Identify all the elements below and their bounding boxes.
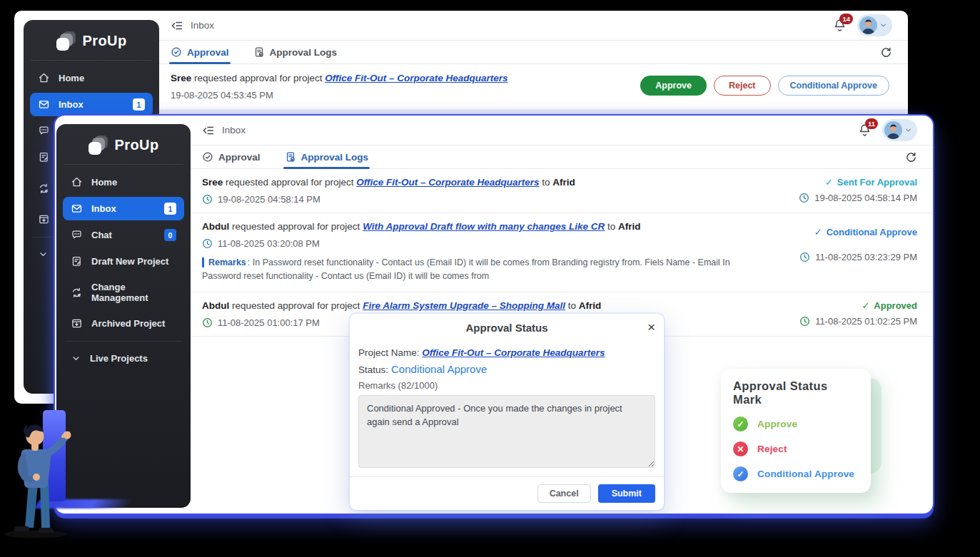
legend-item-reject: ✕ Reject <box>733 441 859 456</box>
clock-icon <box>202 238 213 249</box>
project-link[interactable]: With Approval Draft flow with many chang… <box>363 221 605 232</box>
mail-icon <box>71 203 83 215</box>
log-text: requested approval for project <box>232 221 360 232</box>
fg-item-label: Chat <box>91 230 112 240</box>
bg-notifications-button[interactable]: 14 <box>832 18 847 33</box>
reject-x-icon: ✕ <box>733 441 748 456</box>
legend-label: Approve <box>757 419 797 429</box>
project-link[interactable]: Fire Alarm System Upgrade – Shopping Mal… <box>363 300 565 311</box>
clock-icon <box>202 317 213 328</box>
collapse-menu-icon[interactable] <box>202 124 215 137</box>
remarks-counter-label: Remarks (82/1000) <box>358 380 655 391</box>
fg-sidebar-item-archived[interactable]: Archived Project <box>63 312 184 335</box>
desktop-background: { "colors": { "active_item_blue": "#1e6a… <box>0 0 980 557</box>
bg-tab-approval[interactable]: Approval <box>171 41 229 63</box>
row-separator <box>159 109 908 114</box>
mail-icon <box>38 98 50 111</box>
approval-status-modal: Approval Status × Project Name: Office F… <box>350 314 664 510</box>
log-remarks: Remarks: In Password reset functionality… <box>202 256 742 284</box>
status-badge: ✓ Conditional Approve <box>814 227 917 237</box>
fg-tab-label: Approval Logs <box>301 152 369 163</box>
close-icon[interactable]: × <box>647 319 655 337</box>
fg-inbox-badge: 1 <box>164 203 176 215</box>
modal-title: Approval Status <box>360 322 654 334</box>
bg-inbox-badge: 1 <box>133 98 145 111</box>
status-time: 11-08-2025 03:23:29 PM <box>815 252 917 262</box>
approve-button[interactable]: Approve <box>640 76 707 96</box>
chat-icon <box>38 125 50 137</box>
cancel-button[interactable]: Cancel <box>537 484 591 503</box>
log-to: to <box>568 300 576 311</box>
fg-sidebar-item-inbox[interactable]: Inbox 1 <box>63 197 184 220</box>
log-user: Abdul <box>202 300 229 311</box>
request-text-block: Sree requested approval for project Offi… <box>171 73 507 101</box>
fg-tab-label: Approval <box>218 152 261 163</box>
status-label: Status: <box>358 364 388 375</box>
person-illustration <box>1 408 81 540</box>
fg-notification-count: 11 <box>865 118 878 129</box>
reject-button[interactable]: Reject <box>714 76 771 96</box>
chevron-down-icon <box>879 21 887 29</box>
proup-logo-icon <box>56 31 76 51</box>
conditional-approve-button[interactable]: Conditional Approve <box>778 76 889 96</box>
modal-project-link[interactable]: Office Fit-Out – Corporate Headquarters <box>422 347 605 358</box>
change-management-icon <box>71 287 83 299</box>
bg-tab-label: Approval <box>187 47 229 58</box>
request-text: requested approval for project <box>194 73 322 83</box>
bg-sidebar-item-inbox[interactable]: Inbox 1 <box>30 93 153 116</box>
clock-icon <box>799 252 810 262</box>
check-icon: ✓ <box>825 177 833 188</box>
home-icon <box>38 72 50 84</box>
status-label: Conditional Approve <box>827 227 917 237</box>
project-link[interactable]: Office Fit-Out – Corporate Headquarters <box>356 177 539 188</box>
fg-sidebar-item-home[interactable]: Home <box>63 170 184 194</box>
project-name-label: Project Name: <box>358 347 420 358</box>
submit-button[interactable]: Submit <box>598 484 655 503</box>
avatar <box>859 16 877 34</box>
requester-name: Sree <box>171 73 191 83</box>
bg-sidebar-item-home[interactable]: Home <box>30 66 153 90</box>
logs-clipboard-icon <box>253 46 265 58</box>
fg-tab-approval[interactable]: Approval <box>202 145 261 168</box>
status-label: Sent For Approval <box>837 177 917 188</box>
log-user: Abdul <box>202 221 229 232</box>
legend-item-approve: ✓ Approve <box>733 417 859 431</box>
conditional-check-icon: ✓ <box>733 466 748 481</box>
log-recipient: Afrid <box>552 177 575 188</box>
fg-sidebar-item-live-projects[interactable]: Live Projects <box>63 347 184 369</box>
log-time: 11-08-2025 01:00:17 PM <box>218 317 320 328</box>
fg-notifications-button[interactable]: 11 <box>857 123 872 138</box>
log-user: Sree <box>202 177 223 188</box>
remarks-label: Remarks <box>202 257 246 267</box>
project-link[interactable]: Office Fit-Out – Corporate Headquarters <box>325 73 507 83</box>
bg-user-menu[interactable] <box>857 14 892 36</box>
approval-request-row: Sree requested approval for project Offi… <box>159 64 908 109</box>
collapse-menu-icon[interactable] <box>171 19 183 32</box>
bg-main-area: Inbox 14 Approval Approval Logs <box>159 11 908 114</box>
fg-sidebar-item-change[interactable]: Change Management <box>63 276 184 309</box>
legend-item-conditional: ✓ Conditional Approve <box>733 466 859 481</box>
fg-item-label: Change Management <box>91 282 176 303</box>
remarks-textarea[interactable]: Conditional Approved - Once you made the… <box>358 395 655 468</box>
draft-edit-icon <box>71 255 83 267</box>
draft-edit-icon <box>38 151 50 163</box>
chevron-down-icon <box>38 249 49 260</box>
fg-item-label: Draft New Project <box>91 256 168 267</box>
bg-tab-approval-logs[interactable]: Approval Logs <box>253 41 338 63</box>
check-circle-icon <box>202 151 213 163</box>
fg-sidebar-item-chat[interactable]: Chat 0 <box>63 223 184 247</box>
bg-refresh-button[interactable] <box>880 46 892 58</box>
bg-notification-count: 14 <box>839 14 853 24</box>
fg-tab-approval-logs[interactable]: Approval Logs <box>285 145 369 168</box>
check-icon: ✓ <box>862 300 869 311</box>
home-icon <box>71 176 83 188</box>
fg-page-title: Inbox <box>222 125 246 136</box>
refresh-icon <box>880 46 892 58</box>
foreground-app-window: ProUp Home Inbox 1 Chat 0 Draft New Proj… <box>54 114 934 515</box>
fg-refresh-button[interactable] <box>905 151 917 163</box>
bg-tab-label: Approval Logs <box>270 47 338 58</box>
bg-header: Inbox 14 <box>159 11 908 41</box>
fg-sidebar-item-draft[interactable]: Draft New Project <box>63 250 184 273</box>
fg-user-menu[interactable] <box>882 119 917 141</box>
archive-icon <box>71 317 83 329</box>
